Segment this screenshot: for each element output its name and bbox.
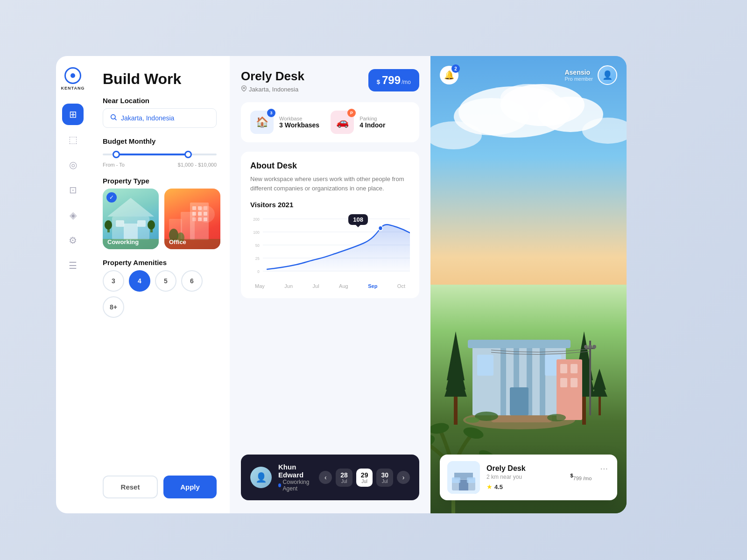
amenities-buttons: 3 4 5 6 8+: [103, 270, 217, 318]
budget-section: Budget Monthly From - To $1,000 - $10,00…: [103, 137, 217, 168]
chart-label-may: May: [255, 283, 265, 289]
building-scene-svg: [444, 257, 613, 434]
agent-role-text: Coworking Agent: [283, 479, 313, 492]
chart-tooltip: 108: [348, 214, 368, 225]
desk-location-text: Jakarta, Indonesia: [249, 86, 298, 93]
clouds-svg: [430, 70, 627, 187]
workbase-badge: 3: [267, 109, 275, 117]
price-unit: /mo: [582, 476, 592, 481]
sidebar-item-calendar[interactable]: ⊡: [62, 179, 84, 201]
desk-location: Jakarta, Indonesia: [241, 85, 304, 93]
budget-slider[interactable]: [103, 149, 217, 160]
budget-to: $1,000 - $10,000: [178, 162, 217, 168]
location-value: Jakarta, Indonesia: [121, 114, 174, 122]
amenity-6[interactable]: 6: [181, 270, 203, 292]
workbase-icon: 🏠: [256, 116, 268, 128]
sidebar-item-settings[interactable]: ⚙: [62, 230, 84, 251]
property-distance: 2 km near you: [486, 474, 564, 480]
date-28-day: 28: [340, 471, 348, 479]
sidebar-item-menu[interactable]: ☰: [62, 255, 84, 276]
svg-point-44: [500, 84, 557, 112]
svg-point-82: [592, 345, 596, 349]
workbase-type: Workbase: [279, 116, 319, 121]
sidebar-nav: ⊞ ⬚ ◎ ⊡ ◈ ⚙ ☰: [56, 104, 90, 276]
star-icon: ★: [486, 483, 493, 490]
budget-label: Budget Monthly: [103, 137, 217, 145]
svg-rect-21: [192, 217, 196, 221]
next-date-button[interactable]: ›: [397, 471, 410, 484]
svg-point-8: [105, 220, 112, 230]
sidebar-item-filter[interactable]: ◈: [62, 204, 84, 226]
svg-rect-51: [500, 345, 506, 415]
svg-rect-4: [124, 224, 138, 240]
user-text: Asensio Pro member: [564, 69, 593, 82]
date-selector: ‹ 28 Jul 29 Jul 30 Jul ›: [319, 469, 410, 487]
apply-button[interactable]: Apply: [163, 476, 217, 498]
logo-icon: [64, 67, 81, 84]
svg-rect-74: [571, 378, 578, 387]
location-search[interactable]: Jakarta, Indonesia: [103, 108, 217, 128]
middle-panel: Orely Desk Jakarta, Indonesia $ 799 /mo: [230, 56, 430, 513]
location-pin-icon: [241, 85, 247, 93]
svg-point-86: [462, 426, 485, 441]
location-label: Near Location: [103, 97, 217, 105]
amenity-4[interactable]: 4: [129, 270, 150, 292]
slider-thumb-left[interactable]: [113, 151, 120, 158]
date-29[interactable]: 29 Jul: [356, 469, 373, 487]
visitors-section: Visitors 2021 108 200 100 50: [250, 201, 410, 289]
property-type-label: Property Type: [103, 177, 217, 185]
property-details: Orely Desk 2 km near you ★ 4.5: [486, 464, 564, 490]
agent-card: 👤 Khun Edward Coworking Agent ‹ 28 Jul 2…: [241, 455, 419, 500]
prev-date-button[interactable]: ‹: [319, 471, 332, 484]
price-value: 799: [573, 476, 582, 481]
svg-rect-5: [116, 220, 124, 227]
notification-button[interactable]: 🔔 2: [440, 66, 458, 84]
agent-avatar: 👤: [250, 467, 272, 488]
price-amount: 799: [382, 74, 401, 87]
visitors-chart: 200 100 50 25 0: [250, 214, 410, 280]
svg-text:200: 200: [253, 217, 260, 222]
property-type-office[interactable]: Office: [164, 189, 220, 249]
svg-rect-54: [540, 345, 545, 415]
reset-button[interactable]: Reset: [103, 476, 158, 498]
desk-info: Orely Desk Jakarta, Indonesia: [241, 69, 304, 93]
workbase-count: 3 Workbases: [279, 121, 319, 129]
sidebar-item-layout[interactable]: ⬚: [62, 129, 84, 150]
sidebar: KENTANG ⊞ ⬚ ◎ ⊡ ◈ ⚙ ☰: [56, 56, 90, 513]
location-section: Near Location Jakarta, Indonesia: [103, 97, 217, 128]
workbase-text: Workbase 3 Workbases: [279, 116, 319, 129]
property-type-coworking[interactable]: ✓ Coworking: [103, 189, 159, 249]
agent-name: Khun Edward: [278, 463, 312, 479]
date-30[interactable]: 30 Jul: [376, 469, 393, 487]
workbase-info: 🏠 3 Workbase 3 Workbases: [250, 111, 319, 134]
amenity-3[interactable]: 3: [103, 270, 124, 292]
svg-rect-55: [510, 387, 529, 415]
role-dot: [278, 483, 281, 487]
slider-thumb-right[interactable]: [184, 151, 192, 158]
desk-name: Orely Desk: [241, 69, 304, 84]
page-title: Build Work: [103, 71, 217, 87]
about-card: About Desk New workspace where users wor…: [241, 152, 419, 298]
svg-rect-71: [560, 364, 567, 373]
amenity-5[interactable]: 5: [155, 270, 176, 292]
svg-point-10: [148, 220, 155, 230]
sidebar-item-location[interactable]: ◎: [62, 154, 84, 175]
about-title: About Desk: [250, 161, 410, 171]
property-type-section: Property Type: [103, 177, 217, 249]
search-icon: [110, 113, 117, 123]
chart-label-oct: Oct: [397, 283, 405, 289]
action-buttons: Reset Apply: [103, 476, 217, 498]
property-types: ✓ Coworking: [103, 189, 217, 249]
sidebar-item-dashboard[interactable]: ⊞: [62, 104, 84, 125]
agent-info: Khun Edward Coworking Agent: [278, 463, 312, 492]
svg-point-28: [243, 87, 245, 89]
parking-count: 4 Indoor: [359, 121, 385, 129]
date-28[interactable]: 28 Jul: [336, 469, 352, 487]
more-options-button[interactable]: ···: [598, 461, 610, 476]
amenity-8plus[interactable]: 8+: [103, 296, 124, 318]
price-period: /mo: [402, 79, 411, 85]
property-rating: ★ 4.5: [486, 483, 564, 490]
svg-point-81: [588, 345, 592, 349]
user-name: Asensio: [564, 69, 593, 76]
svg-point-26: [198, 206, 215, 223]
